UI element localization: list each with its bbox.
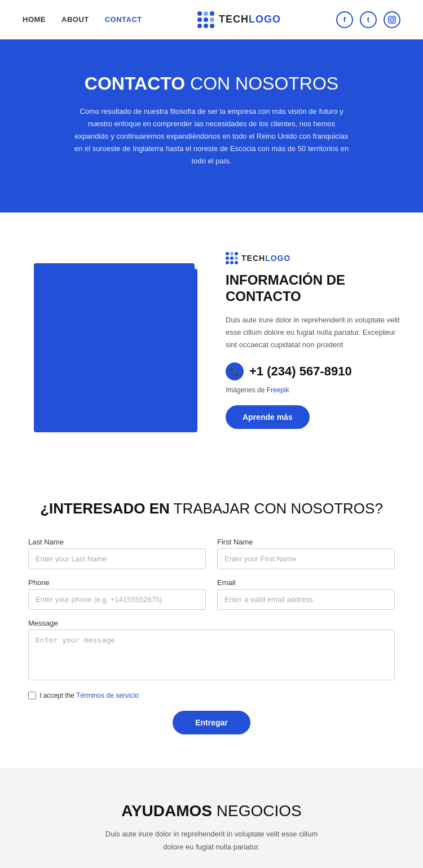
- contact-info-text: TECHLOGO INFORMACIÓN DE CONTACTO Duis au…: [226, 246, 400, 429]
- first-name-field: First Name: [217, 538, 395, 569]
- hero-heading: CONTACTO CON NOSOTROS: [45, 73, 378, 94]
- email-field: Email: [217, 578, 395, 610]
- last-name-field: Last Name: [28, 538, 206, 569]
- learn-more-button[interactable]: Aprende más: [226, 405, 310, 429]
- submit-button[interactable]: Entregar: [173, 711, 250, 734]
- contact-logo-text: TECHLOGO: [241, 254, 290, 263]
- navbar: HOME ABOUT CONTACT TECHLOGO f t: [0, 0, 423, 39]
- phone-icon: 📞: [226, 362, 244, 380]
- contact-info-section: TECHLOGO INFORMACIÓN DE CONTACTO Duis au…: [0, 212, 423, 466]
- facebook-icon[interactable]: f: [336, 11, 353, 28]
- svg-point-2: [394, 17, 395, 18]
- checkbox-label: I accept the Términos de servicio: [39, 692, 139, 699]
- freepik-line: Imágenes de Freepik: [226, 386, 400, 394]
- phone-label: Phone: [28, 578, 206, 587]
- logo: TECHLOGO: [197, 11, 281, 28]
- phone-input[interactable]: [28, 589, 206, 610]
- contact-form-section: ¿INTERESADO EN TRABAJAR CON NOSOTROS? La…: [0, 466, 423, 768]
- phone-number: +1 (234) 567-8910: [249, 364, 352, 379]
- checkbox-row: I accept the Términos de servicio: [28, 692, 395, 699]
- last-name-label: Last Name: [28, 538, 206, 546]
- ayudamos-section: AYUDAMOS NEGOCIOS Duis aute irure dolor …: [0, 768, 423, 868]
- logo-text: TECHLOGO: [219, 14, 281, 25]
- message-input[interactable]: [28, 630, 395, 680]
- phone-field: Phone: [28, 578, 206, 610]
- message-field: Message: [28, 619, 395, 683]
- nav-links: HOME ABOUT CONTACT: [23, 15, 142, 24]
- hero-section: CONTACTO CON NOSOTROS Como resultado de …: [0, 39, 423, 212]
- freepik-link[interactable]: Freepik: [267, 386, 289, 394]
- terms-checkbox[interactable]: [28, 692, 36, 699]
- email-input[interactable]: [217, 589, 395, 610]
- last-name-input[interactable]: [28, 548, 206, 569]
- contact-info-description: Duis aute irure dolor in reprehenderit i…: [226, 314, 400, 351]
- form-grid: Last Name First Name Phone Email: [28, 538, 395, 610]
- form-heading: ¿INTERESADO EN TRABAJAR CON NOSOTROS?: [23, 500, 400, 517]
- instagram-icon[interactable]: [384, 11, 400, 28]
- person-photo-wrap: [23, 246, 197, 432]
- contact-info-heading: INFORMACIÓN DE CONTACTO: [226, 272, 400, 305]
- photo-blue-bg: [34, 269, 197, 432]
- contact-logo: TECHLOGO: [226, 252, 400, 264]
- nav-home[interactable]: HOME: [23, 15, 46, 24]
- hero-description: Como resultado de nuestra filosofía de s…: [70, 105, 352, 167]
- first-name-label: First Name: [217, 538, 395, 546]
- contact-logo-dots: [226, 252, 238, 264]
- twitter-icon[interactable]: t: [360, 11, 377, 28]
- message-label: Message: [28, 619, 395, 627]
- ayudamos-heading: AYUDAMOS NEGOCIOS: [23, 802, 400, 820]
- nav-about[interactable]: ABOUT: [61, 15, 89, 24]
- nav-contact[interactable]: CONTACT: [105, 15, 142, 24]
- social-icons: f t: [336, 11, 400, 28]
- svg-point-1: [390, 18, 394, 21]
- email-label: Email: [217, 578, 395, 587]
- terms-link[interactable]: Términos de servicio: [76, 692, 139, 699]
- ayudamos-description: Duis aute irure dolor in reprehenderit i…: [99, 828, 324, 853]
- svg-rect-0: [389, 16, 395, 23]
- phone-row: 📞 +1 (234) 567-8910: [226, 362, 400, 380]
- first-name-input[interactable]: [217, 548, 395, 569]
- logo-dots: [197, 11, 214, 28]
